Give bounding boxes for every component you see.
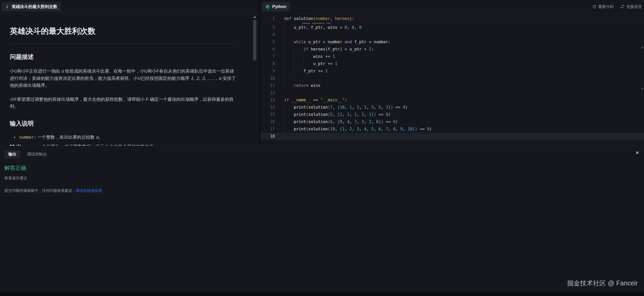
bottom-strip bbox=[0, 292, 644, 296]
line-number: 13 bbox=[260, 96, 281, 104]
line-content: if heroes[f_ptr] > u_ptr + 1: bbox=[281, 46, 644, 53]
line-content: return wins bbox=[281, 82, 644, 89]
indent-guide bbox=[304, 60, 304, 67]
overview-ruler-mark bbox=[641, 88, 643, 89]
line-number: 12 bbox=[260, 89, 281, 96]
paragraph-1: 小U和小F正在进行一场由 n 轮组成的英雄决斗比赛。在每一轮中，小U和小F各自从… bbox=[10, 68, 237, 89]
code-line-12[interactable]: 12 bbox=[260, 89, 644, 96]
problem-pane: 英雄决斗的最大胜利次数 英雄决斗的最大胜利次数 问题描述 小U和小F正在进行一场… bbox=[0, 0, 260, 146]
indent-guide bbox=[284, 46, 284, 53]
problem-title: 英雄决斗的最大胜利次数 bbox=[10, 26, 234, 37]
code-line-17[interactable]: 17 print(solution(10, [1, 2, 3, 4, 5, 6,… bbox=[260, 125, 644, 133]
indent-guide bbox=[284, 31, 284, 38]
feedback-link[interactable]: 请点此链接反馈 bbox=[76, 188, 102, 193]
code-editor[interactable]: 1def solution(number, heroes): 3 u_ptr, … bbox=[260, 14, 644, 146]
problem-tab-label: 英雄决斗的最大胜利次数 bbox=[12, 4, 57, 10]
overview-ruler-mark bbox=[641, 47, 643, 48]
line-number: 18 bbox=[260, 133, 281, 140]
line-content: def solution(number, heroes): bbox=[281, 15, 644, 22]
indent-guide bbox=[284, 82, 284, 89]
line-number: 4 bbox=[260, 31, 281, 38]
line-number: 10 bbox=[260, 75, 281, 82]
code-line-9[interactable]: 9 f_ptr += 1 bbox=[260, 67, 644, 75]
code-line-4[interactable]: 4 bbox=[260, 31, 644, 38]
desc-heading: 问题描述 bbox=[10, 53, 234, 61]
line-number: 9 bbox=[260, 67, 281, 75]
line-content: u_ptr += 1 bbox=[281, 60, 644, 67]
app-window: 英雄决斗的最大胜利次数 英雄决斗的最大胜利次数 问题描述 小U和小F正在进行一场… bbox=[0, 0, 644, 296]
tab-problem[interactable]: 英雄决斗的最大胜利次数 bbox=[2, 2, 61, 11]
switch-language-button[interactable]: 切换语言 bbox=[620, 4, 642, 9]
input-list: • number: 一个整数，表示比赛的总轮数 n。 • heroes: 一个长… bbox=[10, 134, 234, 146]
line-number: 17 bbox=[260, 125, 281, 133]
code-lines: 3 u_ptr, f_ptr, wins = 0, 0, 045 while u… bbox=[260, 24, 644, 140]
code-line-5[interactable]: 5 while u_ptr < number and f_ptr < numbe… bbox=[260, 38, 644, 46]
code-line-3[interactable]: 3 u_ptr, f_ptr, wins = 0, 0, 0 bbox=[260, 24, 644, 31]
indent-guide bbox=[294, 46, 294, 53]
line-number: 3 bbox=[260, 24, 281, 31]
code-line-10[interactable]: 10 bbox=[260, 75, 644, 82]
reset-code-button[interactable]: 重置代码 bbox=[592, 4, 614, 9]
indent-guide bbox=[284, 118, 284, 125]
watermark: 掘金技术社区 @ Fanceir bbox=[567, 279, 638, 287]
swap-arrows-icon bbox=[620, 5, 625, 9]
indent-guide bbox=[284, 24, 284, 31]
problem-download-icon bbox=[5, 5, 9, 9]
line-number: 7 bbox=[260, 53, 281, 60]
output-heading-clipped: 输出 bbox=[10, 143, 22, 146]
code-line-15[interactable]: 15 print(solution(5, [1, 1, 1, 1, 1]) ==… bbox=[260, 111, 644, 118]
code-line-18[interactable]: 18 bbox=[260, 133, 644, 140]
output-tabbar: 输出 调试控制台 bbox=[4, 150, 644, 159]
line-content: f_ptr += 1 bbox=[281, 67, 644, 75]
python-icon bbox=[265, 5, 270, 9]
tab-output[interactable]: 输出 bbox=[4, 150, 20, 159]
indent-guide bbox=[284, 111, 284, 118]
code-line-7[interactable]: 7 wins += 1 bbox=[260, 53, 644, 60]
code-line-14[interactable]: 14 print(solution(7, [10, 1, 1, 1, 5, 5,… bbox=[260, 104, 644, 111]
indent-guide bbox=[284, 75, 284, 82]
line-content: print(solution(7, [10, 1, 1, 1, 5, 5, 3]… bbox=[281, 104, 644, 111]
line-content: print(solution(6, [9, 4, 7, 3, 2, 6]) ==… bbox=[281, 118, 644, 125]
description-scrollbar[interactable] bbox=[253, 20, 256, 60]
top-section: 英雄决斗的最大胜利次数 英雄决斗的最大胜利次数 问题描述 小U和小F正在进行一场… bbox=[0, 0, 644, 146]
param-number: number: bbox=[19, 135, 36, 140]
editor-tabbar: Python 重置代码 切换语言 bbox=[260, 0, 644, 14]
sticky-scroll-line-1[interactable]: 1def solution(number, heroes): bbox=[260, 15, 644, 22]
indent-guide bbox=[294, 67, 294, 75]
indent-guide bbox=[284, 125, 284, 133]
indent-guide bbox=[284, 104, 284, 111]
indent-guide bbox=[284, 38, 284, 46]
code-line-11[interactable]: 11 return wins bbox=[260, 82, 644, 89]
close-panel-button[interactable]: × bbox=[634, 149, 641, 156]
code-line-6[interactable]: 6 if heroes[f_ptr] > u_ptr + 1: bbox=[260, 46, 644, 53]
title-divider bbox=[10, 43, 235, 44]
refresh-icon bbox=[592, 5, 596, 9]
code-line-8[interactable]: 8 u_ptr += 1 bbox=[260, 60, 644, 67]
line-number: 16 bbox=[260, 118, 281, 125]
tab-debug-console[interactable]: 调试控制台 bbox=[23, 152, 51, 157]
problem-description[interactable]: 英雄决斗的最大胜利次数 问题描述 小U和小F正在进行一场由 n 轮组成的英雄决斗… bbox=[0, 14, 259, 146]
tab-python[interactable]: Python bbox=[262, 2, 290, 11]
editor-actions: 重置代码 切换语言 bbox=[592, 4, 642, 9]
indent-guide bbox=[294, 53, 294, 60]
paragraph-2: 小F希望通过调整他的英雄出场顺序，最大化他的获胜轮数。请帮助小 F 确定一个最佳… bbox=[10, 96, 237, 110]
math-n: n bbox=[61, 144, 64, 146]
line-content bbox=[281, 89, 644, 96]
scrollbar-up-arrow[interactable] bbox=[253, 16, 256, 18]
indent-guide bbox=[284, 60, 284, 67]
math-n: n bbox=[96, 135, 99, 140]
list-item-number: • number: 一个整数，表示比赛的总轮数 n。 bbox=[10, 134, 234, 141]
python-tab-label: Python bbox=[272, 4, 286, 9]
result-status: 解答正确 bbox=[4, 164, 644, 172]
line-number: 8 bbox=[260, 60, 281, 67]
line-number: 5 bbox=[260, 38, 281, 46]
code-line-13[interactable]: 13if __name__ == "__main__": bbox=[260, 96, 644, 104]
math-n: n bbox=[61, 68, 64, 74]
line-content: u_ptr, f_ptr, wins = 0, 0, 0 bbox=[281, 24, 644, 31]
line-content: print(solution(10, [1, 2, 3, 4, 5, 6, 7,… bbox=[281, 125, 644, 133]
code-line-16[interactable]: 16 print(solution(6, [9, 4, 7, 3, 2, 6])… bbox=[260, 118, 644, 125]
indent-guide bbox=[284, 67, 284, 75]
sticky-scroll-row: 1def solution(number, heroes): bbox=[260, 15, 644, 22]
line-content: while u_ptr < number and f_ptr < number: bbox=[281, 38, 644, 46]
line-content: wins += 1 bbox=[281, 53, 644, 60]
